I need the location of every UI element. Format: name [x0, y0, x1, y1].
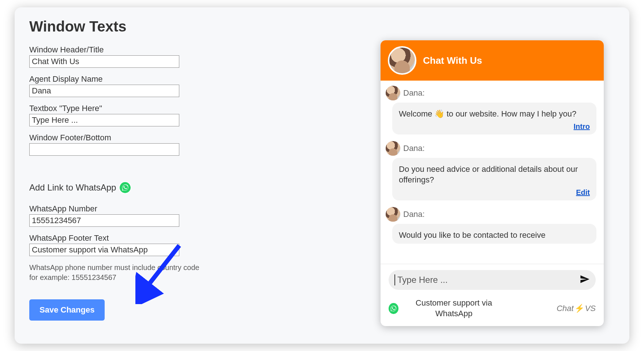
- field-type-here: Textbox "Type Here": [29, 104, 220, 126]
- settings-panel: Window Texts Window Header/Title Agent D…: [15, 7, 629, 344]
- whatsapp-heading-text: Add Link to WhatsApp: [29, 182, 116, 193]
- chat-body[interactable]: Dana: Welcome 👋 to our website. How may …: [381, 81, 604, 264]
- field-window-header: Window Header/Title: [29, 45, 220, 68]
- agent-avatar-small: [386, 86, 400, 100]
- agent-name-input[interactable]: [29, 85, 179, 97]
- chat-header-title: Chat With Us: [423, 55, 482, 66]
- whatsapp-footer-link[interactable]: Customer support via WhatsApp: [389, 298, 506, 319]
- chat-input-row: Type Here ...: [381, 264, 604, 293]
- whatsapp-footer-text-input[interactable]: [29, 244, 179, 256]
- window-header-label: Window Header/Title: [29, 45, 220, 55]
- message-sender: Dana:: [386, 207, 596, 222]
- chat-input-placeholder: Type Here ...: [397, 275, 577, 285]
- field-whatsapp-number: WhatsApp Number: [29, 204, 220, 227]
- whatsapp-hint: WhatsApp phone number must include count…: [29, 263, 220, 282]
- whatsapp-number-label: WhatsApp Number: [29, 204, 220, 214]
- brand-suffix: VS: [585, 304, 596, 313]
- chat-header: Chat With Us: [381, 40, 604, 81]
- whatsapp-footer-text-label: WhatsApp Footer Text: [29, 233, 220, 243]
- whatsapp-hint-line1: WhatsApp phone number must include count…: [29, 263, 199, 271]
- type-here-label: Textbox "Type Here": [29, 104, 220, 113]
- section-heading: Window Texts: [29, 18, 220, 35]
- chat-message: Dana: Welcome 👋 to our website. How may …: [386, 86, 596, 134]
- brand-badge: Chat⚡VS: [557, 304, 596, 313]
- whatsapp-heading: Add Link to WhatsApp: [29, 181, 220, 194]
- send-icon[interactable]: [580, 274, 590, 286]
- chat-footer: Customer support via WhatsApp Chat⚡VS: [381, 293, 604, 326]
- agent-name-label-msg: Dana:: [403, 144, 425, 153]
- whatsapp-number-input[interactable]: [29, 214, 179, 227]
- whatsapp-icon: [389, 303, 398, 314]
- agent-avatar-small: [386, 207, 400, 222]
- agent-name-label: Agent Display Name: [29, 74, 220, 84]
- whatsapp-footer-text: Customer support via WhatsApp: [402, 298, 506, 319]
- whatsapp-icon: [119, 181, 131, 194]
- agent-name-label-msg: Dana:: [403, 88, 425, 98]
- message-sender: Dana:: [386, 86, 596, 100]
- message-text: Would you like to be contacted to receiv…: [399, 230, 546, 240]
- whatsapp-section: Add Link to WhatsApp WhatsApp Number Wha…: [29, 181, 220, 282]
- save-changes-button[interactable]: Save Changes: [29, 299, 105, 321]
- chat-message: Dana: Would you like to be contacted to …: [386, 207, 596, 244]
- window-footer-input[interactable]: [29, 143, 179, 156]
- agent-avatar-small: [386, 141, 400, 156]
- message-bubble: Would you like to be contacted to receiv…: [392, 224, 596, 244]
- chat-message: Dana: Do you need advice or additional d…: [386, 141, 596, 200]
- brand-prefix: Chat: [557, 304, 573, 313]
- text-cursor-icon: [394, 274, 395, 285]
- field-window-footer: Window Footer/Bottom: [29, 133, 220, 156]
- type-here-input[interactable]: [29, 114, 179, 126]
- chat-widget: Chat With Us Dana: Welcome 👋 to our webs…: [381, 40, 604, 326]
- whatsapp-hint-line2: for example: 15551234567: [29, 273, 116, 281]
- message-bubble: Welcome 👋 to our website. How may I help…: [392, 103, 596, 134]
- window-footer-label: Window Footer/Bottom: [29, 133, 220, 143]
- bolt-icon: ⚡: [574, 304, 584, 313]
- field-agent-name: Agent Display Name: [29, 74, 220, 97]
- agent-name-label-msg: Dana:: [403, 210, 425, 219]
- form-column: Window Texts Window Header/Title Agent D…: [29, 15, 220, 336]
- agent-avatar-large: [388, 46, 416, 75]
- message-bubble: Do you need advice or additional details…: [392, 158, 596, 200]
- message-text: Welcome 👋 to our website. How may I help…: [399, 109, 576, 118]
- message-text: Do you need advice or additional details…: [399, 165, 578, 185]
- message-action-link[interactable]: Edit: [399, 188, 590, 197]
- preview-column: Chat With Us Dana: Welcome 👋 to our webs…: [242, 15, 615, 336]
- message-action-link[interactable]: Intro: [399, 122, 590, 132]
- field-whatsapp-footer-text: WhatsApp Footer Text: [29, 233, 220, 256]
- window-header-input[interactable]: [29, 55, 179, 68]
- chat-input[interactable]: Type Here ...: [389, 270, 596, 290]
- message-sender: Dana:: [386, 141, 596, 156]
